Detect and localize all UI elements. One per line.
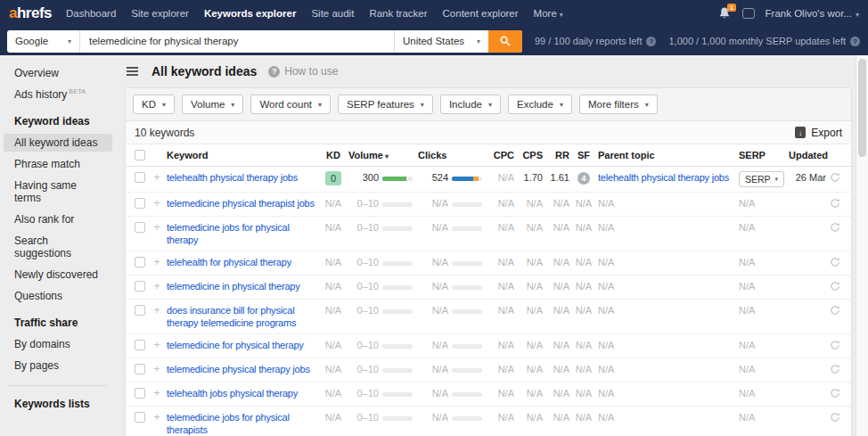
sidebar-item-search-suggestions[interactable]: Search suggestions: [4, 232, 112, 262]
add-to-list-icon[interactable]: +: [151, 387, 163, 399]
scrollbar-thumb[interactable]: [858, 59, 866, 157]
sidebar-item-by-pages[interactable]: By pages: [4, 357, 112, 374]
refresh-icon[interactable]: [830, 340, 840, 353]
workspace-icon[interactable]: [742, 8, 755, 19]
keyword-link[interactable]: telehealth for physical therapy: [167, 257, 291, 267]
row-checkbox[interactable]: [135, 364, 145, 374]
sidebar-item-newly-discovered[interactable]: Newly discovered: [4, 266, 112, 284]
col-header-kd[interactable]: KD: [322, 150, 345, 160]
keyword-link[interactable]: telehealth jobs physical therapy: [167, 388, 298, 399]
nav-item-dashboard[interactable]: Dashboard: [66, 8, 116, 19]
row-checkbox[interactable]: [135, 412, 145, 423]
nav-item-content-explorer[interactable]: Content explorer: [443, 8, 519, 19]
search-engine-select[interactable]: Google▾: [7, 30, 80, 53]
refresh-icon[interactable]: [830, 222, 840, 235]
col-header-serp[interactable]: SERP: [739, 150, 785, 160]
row-checkbox[interactable]: [135, 281, 145, 292]
keyword-link[interactable]: telemedicine jobs for physical therapist…: [167, 412, 290, 435]
sidebar-item-ads-history[interactable]: Ads historyBETA: [4, 86, 112, 103]
parent-topic-link[interactable]: telehealth physical therapy jobs: [598, 172, 729, 183]
sidebar-item-phrase-match[interactable]: Phrase match: [4, 155, 112, 173]
search-button[interactable]: [488, 30, 522, 53]
nav-item-more[interactable]: More▾: [534, 8, 563, 19]
help-icon[interactable]: ?: [850, 37, 860, 46]
add-to-list-icon[interactable]: +: [151, 221, 163, 233]
account-menu[interactable]: Frank Olivo's wor...▾: [766, 8, 859, 19]
keyword-link[interactable]: telemedicine physical therapy jobs: [167, 364, 310, 374]
refresh-icon[interactable]: [830, 388, 840, 401]
filter-button-more-filters[interactable]: More filters▾: [579, 95, 658, 114]
scrollbar[interactable]: [856, 55, 868, 436]
refresh-icon[interactable]: [830, 257, 840, 270]
row-checkbox[interactable]: [135, 257, 145, 267]
serp-cell: N/A: [739, 221, 785, 234]
keyword-link[interactable]: does insurance bill for physical therapy…: [167, 305, 296, 328]
serp-cell: N/A: [739, 387, 785, 399]
parent-topic-value: N/A: [598, 305, 614, 316]
col-header-clicks[interactable]: Clicks: [418, 150, 484, 160]
refresh-icon[interactable]: [830, 198, 840, 211]
export-button[interactable]: ↓ Export: [795, 127, 842, 139]
add-to-list-icon[interactable]: +: [151, 304, 163, 316]
refresh-icon[interactable]: [830, 172, 840, 185]
country-select[interactable]: United States▾: [394, 30, 488, 53]
col-header-rr[interactable]: RR: [546, 150, 569, 160]
col-header-volume[interactable]: Volume▾: [348, 150, 414, 160]
sidebar-item-by-domains[interactable]: By domains: [4, 335, 112, 353]
keyword-link[interactable]: telehealth physical therapy jobs: [167, 172, 298, 183]
col-header-parent-topic[interactable]: Parent topic: [598, 150, 735, 160]
sidebar-item-also-rank-for[interactable]: Also rank for: [4, 210, 112, 228]
row-checkbox[interactable]: [135, 198, 145, 209]
clicks-cell: N/A: [418, 221, 448, 234]
row-checkbox[interactable]: [135, 388, 145, 399]
add-to-list-icon[interactable]: +: [151, 339, 163, 350]
col-header-keyword[interactable]: Keyword: [167, 150, 318, 160]
keyword-search-input[interactable]: [80, 30, 394, 53]
serp-dropdown-button[interactable]: SERP▾: [739, 171, 784, 187]
add-to-list-icon[interactable]: +: [151, 280, 163, 292]
notifications-bell-icon[interactable]: 1: [717, 6, 732, 21]
sidebar-item-all-keyword-ideas[interactable]: All keyword ideas: [4, 134, 112, 152]
nav-item-site-explorer[interactable]: Site explorer: [131, 8, 189, 19]
nav-item-site-audit[interactable]: Site audit: [311, 8, 354, 19]
help-icon[interactable]: ?: [646, 37, 656, 46]
col-header-updated[interactable]: Updated: [789, 150, 826, 160]
row-checkbox[interactable]: [135, 340, 145, 350]
nav-item-rank-tracker[interactable]: Rank tracker: [369, 8, 427, 19]
col-header-sf[interactable]: SF: [573, 150, 594, 160]
filter-button-volume[interactable]: Volume▾: [182, 95, 243, 114]
table-row: + telemedicine for physical therapy N/A …: [126, 334, 851, 358]
add-to-list-icon[interactable]: +: [151, 197, 163, 209]
add-to-list-icon[interactable]: +: [151, 256, 163, 267]
menu-icon[interactable]: [127, 70, 138, 72]
sidebar-item-questions[interactable]: Questions: [4, 287, 112, 305]
refresh-icon[interactable]: [830, 412, 840, 425]
add-to-list-icon[interactable]: +: [151, 171, 163, 183]
keyword-link[interactable]: telemedicine in physical therapy: [167, 281, 300, 292]
filter-button-exclude[interactable]: Exclude▾: [508, 95, 572, 114]
how-to-use-link[interactable]: ? How to use: [268, 65, 338, 78]
row-checkbox[interactable]: [135, 222, 145, 233]
select-all-checkbox[interactable]: [135, 150, 145, 160]
add-to-list-icon[interactable]: +: [151, 411, 163, 423]
chevron-down-icon: ▾: [560, 101, 563, 109]
filter-button-kd[interactable]: KD▾: [133, 95, 175, 114]
filter-button-word-count[interactable]: Word count▾: [250, 95, 331, 114]
keyword-link[interactable]: telemedicine jobs for physical therapy: [167, 222, 290, 245]
filter-button-serp-features[interactable]: SERP features▾: [338, 95, 433, 114]
refresh-icon[interactable]: [830, 281, 840, 294]
col-header-cps[interactable]: CPS: [518, 150, 543, 160]
ahrefs-logo[interactable]: ahrefs: [9, 4, 52, 22]
filter-button-include[interactable]: Include▾: [440, 95, 501, 114]
add-to-list-icon[interactable]: +: [151, 363, 163, 374]
keyword-link[interactable]: telemedicine for physical therapy: [167, 340, 304, 350]
row-checkbox[interactable]: [135, 172, 145, 183]
sidebar-item-having-same-terms[interactable]: Having same terms: [4, 177, 112, 207]
keyword-link[interactable]: telemedicine physical therapist jobs: [167, 198, 315, 209]
refresh-icon[interactable]: [830, 305, 840, 318]
refresh-icon[interactable]: [830, 364, 840, 377]
sidebar-item-overview[interactable]: Overview: [4, 64, 112, 82]
col-header-cpc[interactable]: CPC: [487, 150, 514, 160]
nav-item-keywords-explorer[interactable]: Keywords explorer: [204, 8, 297, 19]
row-checkbox[interactable]: [135, 305, 145, 316]
